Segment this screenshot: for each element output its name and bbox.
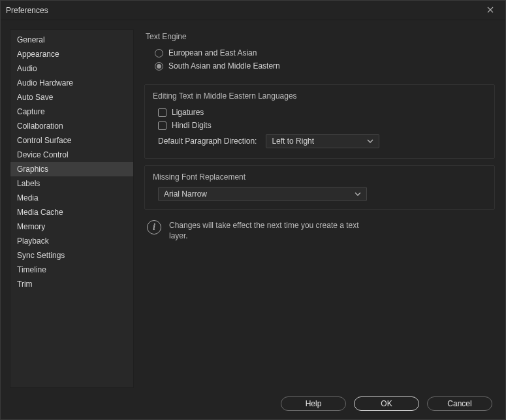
sidebar-item-label: Timeline [17,265,46,274]
checkbox-label: Ligatures [172,108,204,117]
window-title: Preferences [6,6,481,15]
sidebar-item-capture[interactable]: Capture [10,105,133,119]
chevron-down-icon [367,138,373,144]
titlebar: Preferences [1,1,505,20]
radio-icon [155,49,163,57]
sidebar-item-label: General [17,35,45,44]
radio-icon [155,62,163,71]
paragraph-direction-label: Default Paragraph Direction: [158,137,257,146]
sidebar-item-labels[interactable]: Labels [10,176,133,191]
sidebar-item-label: Appearance [17,50,59,59]
footer: Help OK Cancel [1,388,505,419]
sidebar-item-label: Control Surface [17,136,71,145]
sidebar-item-timeline[interactable]: Timeline [10,263,133,277]
sidebar-item-memory[interactable]: Memory [10,219,133,234]
preferences-window: Preferences General Appearance Audio Aud… [0,0,506,420]
missing-font-dropdown[interactable]: Arial Narrow [158,187,367,201]
dropdown-value: Arial Narrow [164,189,207,199]
checkbox-ligatures[interactable]: Ligatures [153,106,486,119]
sidebar-item-label: Audio Hardware [17,78,73,88]
missing-font-title: Missing Font Replacement [153,172,486,182]
sidebar-item-label: Trim [17,280,33,289]
sidebar-item-label: Sync Settings [17,251,65,260]
checkbox-label: Hindi Digits [172,121,212,130]
sidebar-item-label: Collaboration [17,121,63,131]
info-row: i Changes will take effect the next time… [144,216,495,245]
sidebar-item-collaboration[interactable]: Collaboration [10,119,133,133]
content-panel: Text Engine European and East Asian Sout… [143,29,496,388]
editing-text-group: Editing Text in Middle Eastern Languages… [144,84,495,159]
sidebar-item-auto-save[interactable]: Auto Save [10,90,133,105]
sidebar-item-label: Audio [17,64,37,73]
radio-european-east-asian[interactable]: European and East Asian [150,46,495,59]
dropdown-value: Left to Right [272,137,314,146]
checkbox-icon [158,121,166,130]
close-icon [487,6,494,15]
sidebar-item-media-cache[interactable]: Media Cache [10,205,133,219]
sidebar-item-general[interactable]: General [10,33,133,47]
sidebar-item-label: Media [17,193,39,202]
paragraph-direction-row: Default Paragraph Direction: Left to Rig… [153,132,486,150]
button-label: Cancel [447,399,471,408]
sidebar-item-label: Capture [17,107,45,116]
sidebar-item-device-control[interactable]: Device Control [10,148,133,162]
sidebar-item-label: Labels [17,179,40,188]
cancel-button[interactable]: Cancel [427,396,492,411]
radio-south-asian-middle-eastern[interactable]: South Asian and Middle Eastern [150,59,495,73]
category-sidebar: General Appearance Audio Audio Hardware … [10,29,134,388]
help-button[interactable]: Help [281,396,346,411]
sidebar-item-label: Media Cache [17,208,63,217]
sidebar-item-playback[interactable]: Playback [10,234,133,248]
sidebar-item-audio-hardware[interactable]: Audio Hardware [10,76,133,90]
body: General Appearance Audio Audio Hardware … [1,20,505,388]
sidebar-item-label: Memory [17,222,45,231]
sidebar-item-graphics[interactable]: Graphics [10,162,133,176]
button-label: Help [306,399,322,408]
sidebar-item-appearance[interactable]: Appearance [10,47,133,61]
sidebar-item-media[interactable]: Media [10,191,133,205]
close-button[interactable] [481,1,500,20]
sidebar-item-trim[interactable]: Trim [10,277,133,291]
ok-button[interactable]: OK [354,396,419,411]
radio-label: South Asian and Middle Eastern [168,61,280,71]
info-icon: i [147,220,161,234]
text-engine-title: Text Engine [146,32,495,41]
editing-text-title: Editing Text in Middle Eastern Languages [153,91,486,101]
radio-label: European and East Asian [168,48,257,57]
info-text: Changes will take effect the next time y… [169,220,372,241]
sidebar-item-control-surface[interactable]: Control Surface [10,133,133,148]
sidebar-item-sync-settings[interactable]: Sync Settings [10,248,133,263]
checkbox-icon [158,108,166,117]
missing-font-group: Missing Font Replacement Arial Narrow [144,165,495,210]
sidebar-item-label: Device Control [17,150,69,159]
sidebar-item-audio[interactable]: Audio [10,61,133,76]
chevron-down-icon [355,191,361,197]
sidebar-item-label: Graphics [17,165,48,174]
checkbox-hindi-digits[interactable]: Hindi Digits [153,119,486,132]
button-label: OK [381,399,392,408]
sidebar-item-label: Playback [17,236,49,246]
paragraph-direction-dropdown[interactable]: Left to Right [266,134,379,148]
sidebar-item-label: Auto Save [17,93,53,102]
